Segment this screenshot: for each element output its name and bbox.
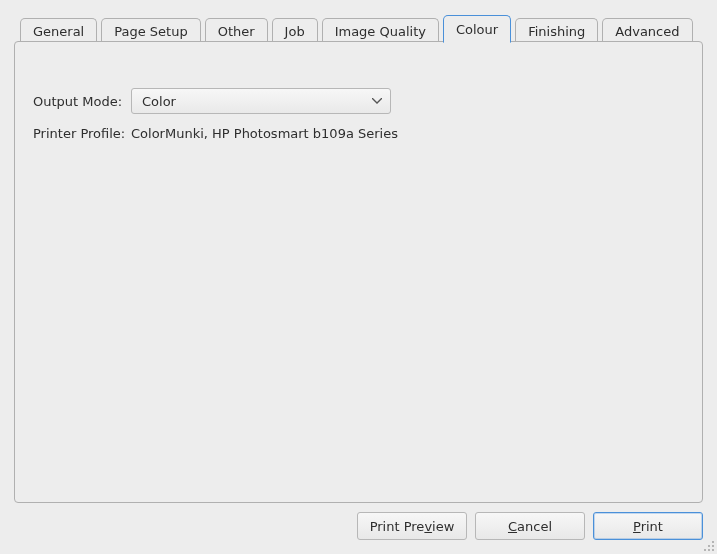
svg-point-1	[708, 545, 710, 547]
print-preview-button[interactable]: Print Preview	[357, 512, 467, 540]
output-mode-value: Color	[142, 94, 176, 109]
print-button[interactable]: Print	[593, 512, 703, 540]
printer-profile-label: Printer Profile:	[33, 126, 131, 141]
tab-strip: General Page Setup Other Job Image Quali…	[14, 14, 703, 42]
button-label: Print Preview	[370, 519, 455, 534]
chevron-down-icon	[372, 98, 382, 104]
tab-label: Page Setup	[114, 24, 187, 39]
svg-point-4	[708, 549, 710, 551]
tab-other[interactable]: Other	[205, 18, 268, 43]
tab-image-quality[interactable]: Image Quality	[322, 18, 439, 43]
button-label: Cancel	[508, 519, 552, 534]
dialog-button-row: Print Preview Cancel Print	[357, 512, 703, 540]
tab-advanced[interactable]: Advanced	[602, 18, 692, 43]
tab-colour[interactable]: Colour	[443, 15, 511, 43]
svg-point-0	[712, 541, 714, 543]
tab-label: Other	[218, 24, 255, 39]
printer-profile-value: ColorMunki, HP Photosmart b109a Series	[131, 126, 398, 141]
svg-point-2	[712, 545, 714, 547]
tab-label: Finishing	[528, 24, 585, 39]
printer-profile-row: Printer Profile: ColorMunki, HP Photosma…	[33, 126, 398, 141]
cancel-button[interactable]: Cancel	[475, 512, 585, 540]
tab-page-setup[interactable]: Page Setup	[101, 18, 200, 43]
resize-grip-icon[interactable]	[703, 540, 715, 552]
svg-point-3	[704, 549, 706, 551]
tab-label: Colour	[456, 22, 498, 37]
tab-label: General	[33, 24, 84, 39]
svg-point-5	[712, 549, 714, 551]
print-dialog: General Page Setup Other Job Image Quali…	[0, 0, 717, 554]
output-mode-combobox[interactable]: Color	[131, 88, 391, 114]
tab-job[interactable]: Job	[272, 18, 318, 43]
output-mode-label: Output Mode:	[33, 94, 131, 109]
tab-label: Job	[285, 24, 305, 39]
tab-label: Advanced	[615, 24, 679, 39]
output-mode-row: Output Mode: Color	[33, 88, 391, 114]
print-notebook: General Page Setup Other Job Image Quali…	[14, 14, 703, 503]
tab-label: Image Quality	[335, 24, 426, 39]
tab-general[interactable]: General	[20, 18, 97, 43]
button-label: Print	[633, 519, 663, 534]
tab-finishing[interactable]: Finishing	[515, 18, 598, 43]
tab-panel-colour: Output Mode: Color Printer Profile: Colo…	[14, 41, 703, 503]
